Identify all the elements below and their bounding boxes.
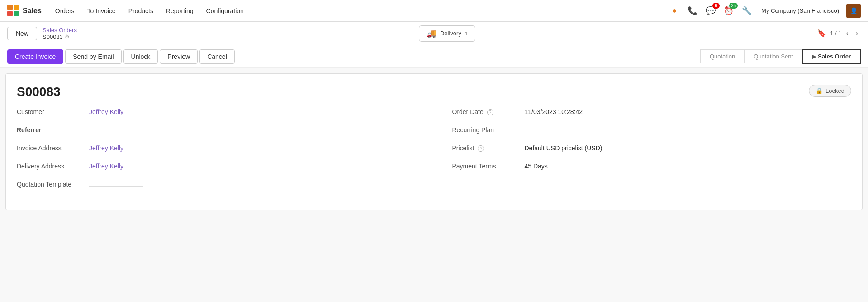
payment-terms-label: Payment Terms: [452, 163, 525, 170]
breadcrumb-center: 🚚 Delivery 1: [82, 25, 812, 42]
invoice-address-label: Invoice Address: [17, 144, 89, 152]
order-date-value: 11/03/2023 10:28:42: [525, 108, 583, 115]
messages-badge: 6: [712, 3, 720, 9]
bookmark-icon[interactable]: 🔖: [817, 29, 826, 38]
pagination: 1 / 1 ‹ ›: [830, 29, 861, 38]
lock-icon: 🔒: [816, 87, 823, 94]
breadcrumb-right: 🔖 1 / 1 ‹ ›: [817, 29, 861, 38]
top-navigation: Sales Orders To Invoice Products Reporti…: [0, 0, 868, 22]
delivery-count: 1: [465, 31, 468, 36]
status-dot-icon[interactable]: ●: [667, 4, 682, 18]
next-page-button[interactable]: ›: [853, 29, 861, 38]
nav-menu: Orders To Invoice Products Reporting Con…: [49, 0, 667, 22]
order-fields: Customer Jeffrey Kelly Referrer Invoice …: [17, 108, 851, 199]
svg-rect-0: [7, 5, 13, 10]
svg-rect-1: [14, 5, 19, 10]
payment-terms-value: 45 Days: [525, 163, 548, 170]
clock-icon[interactable]: ⏰ 25: [721, 4, 736, 18]
breadcrumb-bar: New Sales Orders S00083 ⚙ 🚚 Delivery 1 🔖…: [0, 22, 868, 45]
invoice-address-value[interactable]: Jeffrey Kelly: [89, 144, 123, 152]
nav-item-products[interactable]: Products: [122, 0, 160, 22]
prev-page-button[interactable]: ‹: [843, 29, 851, 38]
app-brand-label: Sales: [23, 7, 42, 15]
status-step-quotation-sent-label: Quotation Sent: [754, 53, 793, 60]
customer-label: Customer: [17, 108, 89, 115]
locked-label: Locked: [825, 87, 844, 94]
status-step-sales-order[interactable]: ▶ Sales Order: [802, 49, 861, 64]
sales-logo-icon: [7, 5, 20, 17]
delivery-truck-icon: 🚚: [427, 29, 436, 38]
order-date-label: Order Date ?: [452, 108, 525, 115]
app-logo[interactable]: Sales: [7, 5, 42, 17]
recurring-plan-value[interactable]: [525, 132, 579, 132]
customer-value[interactable]: Jeffrey Kelly: [89, 108, 123, 115]
breadcrumb-current: S00083 ⚙: [43, 34, 77, 40]
breadcrumb-parent-link[interactable]: Sales Orders: [43, 27, 77, 34]
pricelist-help-icon[interactable]: ?: [478, 145, 484, 152]
order-date-help-icon[interactable]: ?: [487, 109, 493, 115]
settings-icon[interactable]: 🔧: [740, 4, 754, 18]
svg-rect-3: [14, 11, 19, 16]
cancel-button[interactable]: Cancel: [199, 49, 235, 64]
send-by-email-button[interactable]: Send by Email: [65, 49, 121, 64]
field-row-delivery-address: Delivery Address Jeffrey Kelly: [17, 163, 416, 175]
recurring-plan-label: Recurring Plan: [452, 126, 525, 134]
preview-button[interactable]: Preview: [160, 49, 198, 64]
nav-item-reporting[interactable]: Reporting: [160, 0, 200, 22]
action-bar: Create Invoice Send by Email Unlock Prev…: [0, 45, 868, 68]
field-row-recurring-plan: Recurring Plan: [452, 126, 852, 139]
clock-badge: 25: [729, 3, 738, 9]
create-invoice-button[interactable]: Create Invoice: [7, 49, 63, 64]
nav-item-orders[interactable]: Orders: [49, 0, 81, 22]
status-step-quotation[interactable]: Quotation: [700, 49, 745, 63]
nav-right-icons: ● 📞 💬 6 ⏰ 25 🔧 My Company (San Francisco…: [667, 4, 861, 18]
new-button[interactable]: New: [7, 27, 37, 40]
breadcrumb: Sales Orders S00083 ⚙: [43, 27, 77, 40]
field-row-referrer: Referrer: [17, 126, 416, 139]
right-fields: Order Date ? 11/03/2023 10:28:42 Recurri…: [434, 108, 852, 199]
pricelist-value: Default USD pricelist (USD): [525, 144, 602, 152]
user-avatar[interactable]: 👤: [846, 4, 861, 18]
left-fields: Customer Jeffrey Kelly Referrer Invoice …: [17, 108, 434, 199]
pagination-label: 1 / 1: [830, 30, 841, 37]
field-row-order-date: Order Date ? 11/03/2023 10:28:42: [452, 108, 852, 121]
phone-icon[interactable]: 📞: [685, 4, 700, 18]
order-number: S00083: [17, 85, 61, 99]
delivery-label: Delivery: [440, 30, 461, 37]
status-step-quotation-label: Quotation: [710, 53, 735, 60]
field-row-pricelist: Pricelist ? Default USD pricelist (USD): [452, 144, 852, 157]
field-row-customer: Customer Jeffrey Kelly: [17, 108, 416, 121]
nav-item-configuration[interactable]: Configuration: [200, 0, 250, 22]
status-step-sales-order-label: Sales Order: [818, 53, 851, 60]
nav-item-to-invoice[interactable]: To Invoice: [81, 0, 122, 22]
field-row-invoice-address: Invoice Address Jeffrey Kelly: [17, 144, 416, 157]
unlock-button[interactable]: Unlock: [123, 49, 158, 64]
breadcrumb-gear-icon[interactable]: ⚙: [65, 34, 70, 40]
breadcrumb-current-label: S00083: [43, 34, 63, 40]
field-row-payment-terms: Payment Terms 45 Days: [452, 163, 852, 175]
order-header: S00083 🔒 Locked: [17, 85, 851, 99]
referrer-label: Referrer: [17, 126, 89, 134]
status-step-quotation-sent[interactable]: Quotation Sent: [744, 49, 802, 63]
quotation-template-value[interactable]: [89, 186, 143, 187]
company-name-label: My Company (San Francisco): [761, 7, 839, 14]
locked-badge: 🔒 Locked: [809, 85, 851, 97]
svg-rect-2: [7, 11, 13, 16]
referrer-value[interactable]: [89, 132, 143, 132]
sales-order-arrow-icon: ▶: [812, 53, 816, 60]
main-content: S00083 🔒 Locked Customer Jeffrey Kelly R…: [5, 73, 863, 210]
delivery-address-label: Delivery Address: [17, 163, 89, 170]
quotation-template-label: Quotation Template: [17, 181, 89, 188]
delivery-button[interactable]: 🚚 Delivery 1: [419, 25, 475, 42]
pricelist-label: Pricelist ?: [452, 144, 525, 152]
messages-icon[interactable]: 💬 6: [703, 4, 718, 18]
field-row-quotation-template: Quotation Template: [17, 181, 416, 193]
delivery-address-value[interactable]: Jeffrey Kelly: [89, 163, 123, 170]
status-steps: Quotation Quotation Sent ▶ Sales Order: [700, 49, 861, 64]
